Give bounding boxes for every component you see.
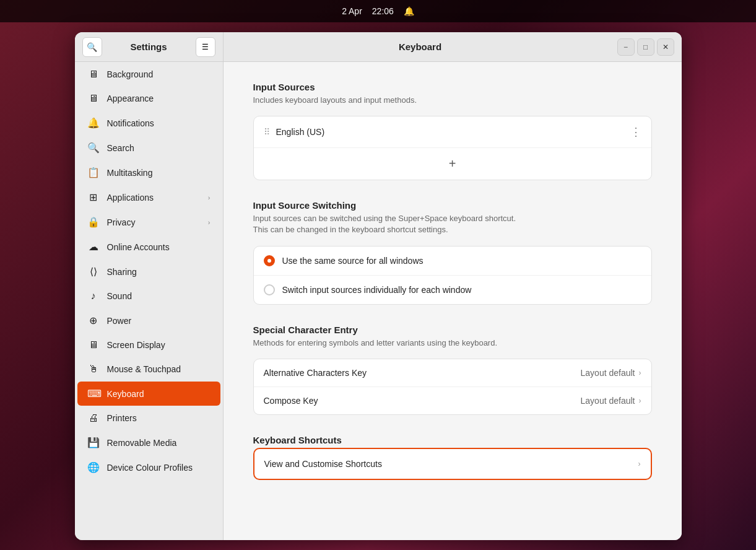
chevron-right-icon: › (639, 396, 641, 405)
sidebar-item-power[interactable]: ⊕ Power (77, 308, 220, 333)
special-character-desc: Methods for entering symbols and letter … (253, 338, 652, 349)
taskbar: 2 Apr 22:06 🔔 (0, 0, 756, 22)
input-sources-desc: Includes keyboard layouts and input meth… (253, 95, 652, 106)
sidebar-item-label: Appearance (107, 94, 154, 103)
individual-source-radio[interactable] (264, 284, 275, 295)
sidebar-item-label: Privacy (107, 217, 136, 227)
alternative-characters-label: Alternative Characters Key (264, 368, 581, 378)
taskbar-bell-icon: 🔔 (404, 6, 414, 16)
english-us-label: English (US) (276, 127, 630, 137)
chevron-right-icon: › (208, 194, 211, 201)
special-character-title: Special Character Entry (253, 325, 652, 335)
power-icon: ⊕ (87, 315, 100, 326)
search-button[interactable]: 🔍 (82, 37, 102, 57)
compose-key-label: Compose Key (264, 396, 581, 406)
sidebar-item-removable-media[interactable]: 💾 Removable Media (77, 430, 220, 455)
sharing-icon: ⟨⟩ (87, 266, 100, 277)
input-source-switching-title: Input Source Switching (253, 200, 652, 211)
sidebar-item-label: Online Accounts (107, 242, 170, 252)
alternative-characters-row[interactable]: Alternative Characters Key Layout defaul… (254, 359, 651, 387)
input-sources-title: Input Sources (253, 82, 652, 92)
window-content: 🖥 Background 🖥 Appearance 🔔 Notification… (75, 62, 682, 540)
chevron-right-icon: › (638, 460, 641, 468)
keyboard-icon: ⌨ (87, 388, 100, 399)
sidebar-item-notifications[interactable]: 🔔 Notifications (77, 111, 220, 135)
input-source-switching-desc: Input sources can be switched using the … (253, 213, 652, 235)
taskbar-date: 2 Apr (342, 6, 362, 16)
close-button[interactable]: ✕ (657, 38, 674, 56)
individual-source-option[interactable]: Switch input sources individually for ea… (254, 276, 651, 304)
special-character-card: Alternative Characters Key Layout defaul… (253, 359, 652, 415)
cloud-icon: ☁ (87, 241, 100, 253)
same-source-label: Use the same source for all windows (282, 256, 424, 266)
sidebar-item-label: Screen Display (107, 340, 165, 350)
special-character-section: Special Character Entry Methods for ente… (253, 325, 652, 415)
appearance-icon: 🖥 (87, 93, 100, 104)
sidebar-item-multitasking[interactable]: 📋 Multitasking (77, 160, 220, 185)
multitasking-icon: 📋 (87, 167, 100, 178)
sidebar-item-label: Keyboard (107, 389, 144, 399)
sidebar-item-label: Device Colour Profiles (107, 463, 193, 473)
view-customise-shortcuts-button[interactable]: View and Customise Shortcuts › (253, 448, 652, 480)
more-options-icon[interactable]: ⋮ (630, 125, 641, 139)
search-icon: 🔍 (87, 142, 100, 154)
sidebar-item-applications[interactable]: ⊞ Applications › (77, 185, 220, 209)
sidebar-item-sharing[interactable]: ⟨⟩ Sharing (77, 260, 220, 284)
sidebar-item-privacy[interactable]: 🔒 Privacy › (77, 210, 220, 234)
keyboard-shortcuts-title: Keyboard Shortcuts (253, 435, 652, 445)
sidebar-title: Settings (107, 41, 191, 52)
sidebar-item-label: Printers (107, 413, 137, 423)
drag-handle-icon: ⠿ (264, 127, 270, 137)
removable-media-icon: 💾 (87, 437, 100, 448)
sidebar-item-screen-display[interactable]: 🖥 Screen Display (77, 333, 220, 357)
minimize-button[interactable]: − (617, 38, 635, 56)
titlebar-left: 🔍 Settings ☰ (75, 32, 224, 61)
main-title: Keyboard (224, 41, 617, 52)
main-panel: Input Sources Includes keyboard layouts … (224, 62, 682, 540)
add-input-source-button[interactable]: + (254, 148, 651, 180)
input-sources-section: Input Sources Includes keyboard layouts … (253, 82, 652, 180)
printer-icon: 🖨 (87, 412, 100, 424)
sidebar-item-search[interactable]: 🔍 Search (77, 136, 220, 160)
globe-icon: 🌐 (87, 461, 100, 473)
input-source-switching-section: Input Source Switching Input sources can… (253, 200, 652, 304)
sidebar-item-label: Multitasking (107, 168, 153, 178)
sidebar-item-printers[interactable]: 🖨 Printers (77, 406, 220, 430)
sidebar-item-keyboard[interactable]: ⌨ Keyboard (77, 382, 220, 406)
input-source-row: ⠿ English (US) ⋮ (254, 116, 651, 148)
alternative-characters-value: Layout default (581, 368, 635, 378)
sidebar-item-label: Applications (107, 193, 154, 203)
sidebar-item-label: Search (107, 143, 134, 153)
compose-key-row[interactable]: Compose Key Layout default › (254, 387, 651, 414)
sound-icon: ♪ (87, 290, 100, 302)
sidebar: 🖥 Background 🖥 Appearance 🔔 Notification… (75, 62, 224, 540)
menu-button[interactable]: ☰ (196, 37, 215, 57)
taskbar-time: 22:06 (372, 6, 394, 16)
sidebar-item-label: Notifications (107, 118, 154, 128)
monitor-icon: 🖥 (87, 69, 100, 80)
keyboard-shortcuts-section: Keyboard Shortcuts View and Customise Sh… (253, 435, 652, 480)
window-controls: − □ ✕ (617, 38, 682, 56)
bell-icon: 🔔 (87, 117, 100, 129)
maximize-button[interactable]: □ (637, 38, 654, 56)
chevron-right-icon: › (639, 369, 641, 377)
sidebar-item-appearance[interactable]: 🖥 Appearance (77, 87, 220, 110)
sidebar-item-label: Sharing (107, 267, 137, 277)
lock-icon: 🔒 (87, 216, 100, 228)
sidebar-item-sound[interactable]: ♪ Sound (77, 284, 220, 308)
titlebar: 🔍 Settings ☰ Keyboard − □ ✕ (75, 32, 682, 62)
applications-icon: ⊞ (87, 191, 100, 203)
mouse-icon: 🖱 (87, 364, 100, 375)
sidebar-item-label: Mouse & Touchpad (107, 364, 181, 374)
view-customise-shortcuts-label: View and Customise Shortcuts (264, 459, 638, 469)
sidebar-item-background[interactable]: 🖥 Background (77, 63, 220, 86)
input-sources-card: ⠿ English (US) ⋮ + (253, 116, 652, 180)
sidebar-item-device-colour-profiles[interactable]: 🌐 Device Colour Profiles (77, 455, 220, 479)
sidebar-item-label: Removable Media (107, 438, 177, 448)
same-source-option[interactable]: Use the same source for all windows (254, 247, 651, 276)
chevron-right-icon: › (208, 219, 211, 226)
sidebar-item-mouse-touchpad[interactable]: 🖱 Mouse & Touchpad (77, 357, 220, 381)
compose-key-value: Layout default (581, 396, 635, 406)
sidebar-item-online-accounts[interactable]: ☁ Online Accounts (77, 235, 220, 259)
same-source-radio[interactable] (264, 255, 275, 266)
